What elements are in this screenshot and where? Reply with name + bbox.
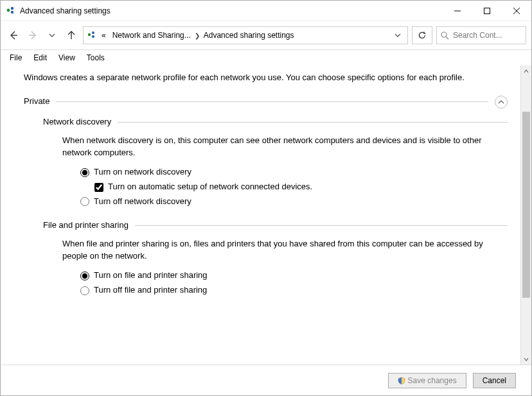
divider bbox=[118, 122, 508, 123]
subsection-network-discovery: Network discovery bbox=[43, 116, 508, 128]
radio-fps-on[interactable] bbox=[80, 271, 89, 280]
svg-rect-4 bbox=[484, 8, 490, 13]
divider bbox=[135, 225, 508, 226]
breadcrumb-seg-advanced[interactable]: Advanced sharing settings bbox=[201, 31, 297, 40]
save-changes-button[interactable]: Save changes bbox=[388, 373, 466, 388]
footer-bar: Save changes Cancel bbox=[1, 365, 531, 395]
shield-icon bbox=[398, 377, 405, 384]
recent-locations-button[interactable] bbox=[44, 28, 60, 43]
close-button[interactable] bbox=[502, 1, 531, 21]
svg-point-13 bbox=[441, 32, 447, 37]
radio-nd-off-label: Turn off network discovery bbox=[94, 196, 191, 208]
menu-file[interactable]: File bbox=[4, 52, 27, 64]
forward-button[interactable] bbox=[25, 28, 40, 43]
content-pane: Windows creates a separate network profi… bbox=[1, 65, 520, 365]
svg-point-12 bbox=[92, 35, 94, 38]
minimize-button[interactable] bbox=[443, 1, 472, 21]
navigation-bar: « Network and Sharing... ❯ Advanced shar… bbox=[1, 21, 531, 50]
menu-tools[interactable]: Tools bbox=[82, 52, 110, 64]
file-printer-desc: When file and printer sharing is on, fil… bbox=[62, 238, 486, 263]
breadcrumb[interactable]: « Network and Sharing... ❯ Advanced shar… bbox=[83, 26, 408, 44]
breadcrumb-icon bbox=[86, 31, 98, 40]
svg-point-0 bbox=[7, 8, 10, 12]
radio-fps-off[interactable] bbox=[80, 286, 89, 295]
cancel-label: Cancel bbox=[483, 376, 506, 385]
svg-point-1 bbox=[11, 6, 13, 9]
title-bar: Advanced sharing settings bbox=[1, 1, 531, 21]
section-private: Private bbox=[24, 96, 508, 108]
svg-line-14 bbox=[446, 37, 448, 39]
radio-fps-on-label: Turn on file and printer sharing bbox=[94, 270, 208, 282]
network-discovery-heading: Network discovery bbox=[43, 116, 111, 128]
scroll-up-icon[interactable] bbox=[521, 65, 531, 76]
radio-nd-on-label: Turn on network discovery bbox=[94, 166, 191, 178]
svg-point-11 bbox=[92, 31, 94, 34]
search-box[interactable] bbox=[436, 26, 526, 44]
menu-edit[interactable]: Edit bbox=[28, 52, 52, 64]
radio-fps-off-row[interactable]: Turn off file and printer sharing bbox=[80, 284, 486, 297]
breadcrumb-dropdown[interactable] bbox=[391, 32, 405, 39]
window-title: Advanced sharing settings bbox=[20, 6, 443, 15]
maximize-button[interactable] bbox=[472, 1, 502, 21]
scroll-thumb[interactable] bbox=[522, 112, 530, 298]
scroll-down-icon[interactable] bbox=[521, 354, 531, 365]
checkbox-nd-auto-row[interactable]: Turn on automatic setup of network conne… bbox=[94, 181, 486, 193]
checkbox-nd-auto[interactable] bbox=[94, 183, 103, 192]
radio-nd-off[interactable] bbox=[80, 197, 89, 206]
scroll-track[interactable] bbox=[521, 76, 531, 354]
intro-text: Windows creates a separate network profi… bbox=[24, 72, 493, 84]
divider bbox=[56, 101, 488, 102]
back-button[interactable] bbox=[6, 28, 21, 43]
cancel-button[interactable]: Cancel bbox=[473, 373, 516, 388]
radio-nd-off-row[interactable]: Turn off network discovery bbox=[80, 196, 486, 208]
radio-fps-on-row[interactable]: Turn on file and printer sharing bbox=[80, 270, 486, 282]
collapse-button[interactable] bbox=[495, 96, 508, 108]
search-icon bbox=[441, 31, 449, 40]
app-icon bbox=[6, 6, 16, 16]
save-changes-label: Save changes bbox=[408, 376, 457, 385]
scrollbar[interactable] bbox=[520, 65, 531, 365]
up-button[interactable] bbox=[64, 28, 79, 43]
breadcrumb-prefix: « bbox=[99, 31, 109, 40]
radio-nd-on[interactable] bbox=[80, 168, 89, 177]
section-private-label: Private bbox=[24, 96, 49, 108]
refresh-button[interactable] bbox=[412, 26, 432, 44]
menu-view[interactable]: View bbox=[53, 52, 80, 64]
chevron-right-icon[interactable]: ❯ bbox=[195, 32, 200, 39]
breadcrumb-seg-network[interactable]: Network and Sharing... bbox=[110, 31, 193, 40]
checkbox-nd-auto-label: Turn on automatic setup of network conne… bbox=[108, 181, 312, 193]
menu-bar: File Edit View Tools bbox=[1, 50, 531, 65]
radio-fps-off-label: Turn off file and printer sharing bbox=[94, 284, 207, 297]
svg-point-2 bbox=[11, 10, 13, 13]
search-input[interactable] bbox=[453, 31, 522, 40]
subsection-file-printer: File and printer sharing bbox=[43, 220, 508, 232]
svg-point-10 bbox=[88, 33, 91, 36]
file-printer-heading: File and printer sharing bbox=[43, 220, 129, 232]
radio-nd-on-row[interactable]: Turn on network discovery bbox=[80, 166, 486, 178]
network-discovery-desc: When network discovery is on, this compu… bbox=[62, 135, 486, 159]
